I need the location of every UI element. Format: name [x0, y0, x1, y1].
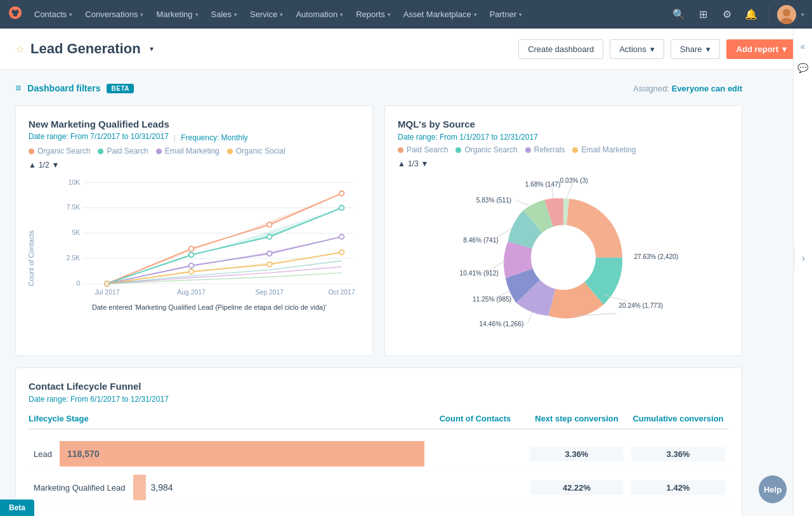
- svg-text:27.63% (2,420): 27.63% (2,420): [634, 253, 678, 260]
- add-report-button[interactable]: Add report ▾: [726, 39, 797, 59]
- funnel-stage-label-mql: Marketing Qualified Lead: [29, 483, 126, 493]
- notifications-icon-btn[interactable]: 🔔: [741, 4, 761, 25]
- chart1-title: New Marketing Qualified Leads: [29, 119, 360, 129]
- filters-bar: ≡ Dashboard filters BETA Assigned: Every…: [15, 83, 742, 94]
- chart2-pagination: ▲ 1/3 ▼: [398, 159, 729, 168]
- svg-text:14.46% (1,266): 14.46% (1,266): [480, 321, 524, 327]
- table-row: Marketing Qualified Lead 3,984 42.22% 1.…: [29, 471, 729, 505]
- nav-sales[interactable]: Sales ▾: [205, 0, 244, 29]
- svg-text:10.41% (912): 10.41% (912): [460, 270, 499, 277]
- funnel-stage-label-lead: Lead: [29, 449, 52, 459]
- svg-point-4: [10, 13, 13, 16]
- svg-point-31: [339, 206, 344, 211]
- collapse-right-icon[interactable]: «: [801, 41, 806, 51]
- svg-point-25: [267, 222, 272, 227]
- funnel-lifecycle-col: Lifecycle Stage: [29, 414, 424, 423]
- chart1-date: Date range: From 7/1/2017 to 10/31/2017: [29, 132, 169, 141]
- mql-by-source-card: MQL's by Source Date range: From 1/1/201…: [384, 105, 742, 356]
- chart1-x-axis-label: Date entered 'Marketing Qualified Lead (…: [59, 303, 360, 311]
- legend-referrals-2: Referrals: [525, 145, 565, 154]
- svg-text:0.03% (3): 0.03% (3): [560, 177, 588, 184]
- legend-dot-social: [227, 149, 233, 154]
- beta-corner-label[interactable]: Beta: [0, 499, 34, 516]
- svg-text:11.25% (985): 11.25% (985): [473, 296, 511, 303]
- title-dropdown-icon[interactable]: ▾: [150, 44, 154, 53]
- nav-conversations[interactable]: Conversations ▾: [79, 0, 150, 29]
- up-arrow-icon: ▲: [29, 161, 36, 169]
- marketing-chevron: ▾: [195, 11, 199, 18]
- grid-icon-btn[interactable]: ⊞: [693, 4, 713, 25]
- svg-point-35: [267, 251, 272, 256]
- beta-badge: BETA: [107, 84, 133, 93]
- comment-icon[interactable]: 💬: [797, 63, 808, 73]
- nav-asset-marketplace[interactable]: Asset Marketplace ▾: [397, 0, 483, 29]
- funnel-next-step-lead: 3.36%: [530, 447, 624, 461]
- svg-point-30: [267, 234, 272, 239]
- svg-text:Aug 2017: Aug 2017: [177, 289, 206, 296]
- actions-chevron-icon: ▾: [650, 44, 655, 54]
- page-title: Lead Generation: [30, 41, 141, 57]
- nav-contacts[interactable]: Contacts ▾: [28, 0, 79, 29]
- nav-marketing[interactable]: Marketing ▾: [150, 0, 204, 29]
- funnel-count-mql: 3,984: [151, 482, 173, 493]
- svg-point-26: [339, 191, 344, 196]
- top-navigation: Contacts ▾ Conversations ▾ Marketing ▾ S…: [0, 0, 812, 29]
- assigned-section: Assigned: Everyone can edit: [633, 84, 742, 93]
- sales-chevron: ▾: [234, 11, 237, 18]
- actions-button[interactable]: Actions ▾: [610, 39, 664, 59]
- avatar-chevron[interactable]: ▾: [801, 11, 804, 18]
- right-sidebar: « 💬: [793, 29, 812, 516]
- svg-text:8.46% (741): 8.46% (741): [463, 237, 499, 244]
- header-bar: ☆ Lead Generation ▾ Create dashboard Act…: [0, 29, 812, 70]
- nav-service[interactable]: Service ▾: [244, 0, 289, 29]
- legend-organic-search: Organic Search: [29, 147, 90, 155]
- legend-paid-search-2: Paid Search: [398, 145, 448, 154]
- svg-text:Jul 2017: Jul 2017: [95, 289, 120, 296]
- next-button[interactable]: ›: [794, 246, 812, 271]
- new-mql-card: New Marketing Qualified Leads Date range…: [15, 105, 373, 356]
- favorite-star-icon[interactable]: ☆: [15, 43, 24, 55]
- help-button[interactable]: Help: [759, 475, 787, 503]
- nav-automation[interactable]: Automation ▾: [289, 0, 350, 29]
- create-dashboard-button[interactable]: Create dashboard: [518, 39, 603, 59]
- svg-point-41: [339, 250, 344, 255]
- search-icon-btn[interactable]: 🔍: [669, 4, 689, 25]
- service-chevron: ▾: [280, 11, 283, 18]
- svg-point-42: [531, 225, 596, 290]
- line-chart-svg: 10K 7.5K 5K 2.5K 0 Jul 2017 Aug 2017 Sep…: [59, 173, 360, 300]
- share-chevron-icon: ▾: [706, 44, 710, 54]
- conversations-chevron: ▾: [140, 11, 143, 18]
- nav-divider: [769, 5, 769, 24]
- share-button[interactable]: Share ▾: [671, 39, 720, 59]
- chart2-legend: Paid Search Organic Search Referrals Ema…: [398, 145, 729, 154]
- funnel-count-lead: 118,570: [67, 449, 100, 459]
- settings-icon-btn[interactable]: ⚙: [717, 4, 737, 25]
- svg-text:2.5K: 2.5K: [67, 255, 80, 261]
- nav-reports[interactable]: Reports ▾: [350, 0, 397, 29]
- chart1-frequency: Frequency: Monthly: [181, 133, 247, 142]
- legend-email-marketing: Email Marketing: [156, 147, 219, 155]
- user-avatar[interactable]: [777, 5, 796, 24]
- svg-point-24: [189, 246, 194, 251]
- reports-chevron: ▾: [388, 11, 391, 18]
- svg-text:1.68% (147): 1.68% (147): [525, 181, 561, 188]
- lifecycle-funnel-card: Contact Lifecycle Funnel Date range: Fro…: [15, 367, 742, 516]
- svg-line-54: [528, 311, 532, 322]
- funnel-title: Contact Lifecycle Funnel: [29, 381, 729, 392]
- svg-point-3: [17, 13, 20, 16]
- filter-icon: ≡: [15, 83, 21, 94]
- legend-dot-email: [156, 149, 162, 154]
- legend-paid-search: Paid Search: [98, 147, 148, 155]
- hubspot-logo[interactable]: [8, 5, 23, 24]
- funnel-table-header: Lifecycle Stage Count of Contacts Next s…: [29, 414, 729, 430]
- dashboard-filters-label[interactable]: Dashboard filters: [27, 83, 100, 93]
- nav-partner[interactable]: Partner ▾: [483, 0, 529, 29]
- assigned-link[interactable]: Everyone can edit: [672, 84, 742, 93]
- down-arrow-icon-2: ▼: [421, 159, 429, 168]
- svg-text:7.5K: 7.5K: [67, 204, 80, 211]
- table-row: Lead 118,570 3.36% 3.36%: [29, 437, 729, 471]
- funnel-count-col: Count of Contacts: [424, 414, 526, 423]
- svg-text:5K: 5K: [72, 229, 80, 236]
- contacts-chevron: ▾: [69, 11, 72, 18]
- svg-point-2: [14, 7, 17, 10]
